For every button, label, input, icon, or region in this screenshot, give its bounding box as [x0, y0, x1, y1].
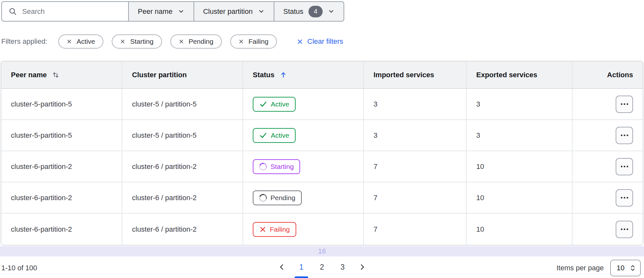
column-header-label: Imported services	[374, 71, 434, 79]
filter-tag-pending[interactable]: Pending	[170, 34, 222, 49]
row-actions-button[interactable]	[616, 127, 633, 144]
ellipsis-icon	[621, 197, 628, 199]
status-badge: Starting	[253, 159, 300, 174]
filters-applied-label: Filters applied:	[1, 37, 47, 46]
items-per-page-label: Items per page	[556, 264, 604, 272]
cluster-partition-cell: cluster-5 / partition-5	[122, 89, 243, 119]
chevron-right-icon	[358, 263, 366, 271]
column-header-label: Cluster partition	[132, 71, 187, 79]
remove-filter-x-icon[interactable]	[239, 39, 244, 44]
peer-name-cell: cluster-6-partition-2	[1, 182, 122, 213]
column-header-exported-services: Exported services	[467, 61, 573, 88]
column-header-imported-services: Imported services	[364, 61, 467, 88]
imported-services-cell: 7	[364, 151, 467, 182]
chevron-down-icon	[178, 8, 185, 15]
actions-cell	[573, 89, 643, 119]
column-header-status[interactable]: Status	[243, 61, 364, 88]
status-cell: Active	[243, 89, 364, 119]
items-per-page-select[interactable]: 10	[610, 260, 641, 276]
table-header-row: Peer name Cluster partition Status Impor…	[1, 61, 643, 89]
filter-toolbar: Peer name Cluster partition Status 4	[1, 1, 344, 22]
pager: 1 2 3	[274, 258, 370, 276]
column-header-actions: Actions	[573, 61, 643, 88]
peer-name-dropdown-label: Peer name	[138, 7, 173, 16]
previous-page-button[interactable]	[274, 259, 290, 275]
pagination-bar: 1-10 of 100 1 2 3 Items per page 10	[0, 256, 644, 278]
clear-filters-button[interactable]: Clear filters	[297, 37, 343, 46]
status-cell: Failing	[243, 214, 364, 245]
column-header-label: Actions	[607, 71, 633, 79]
filter-tag-label: Active	[77, 38, 95, 45]
select-chevrons-icon	[629, 264, 636, 272]
status-badge: Pending	[253, 190, 302, 205]
imported-services-cell: 7	[364, 214, 467, 245]
column-header-cluster-partition[interactable]: Cluster partition	[122, 61, 243, 88]
cluster-partition-cell: cluster-5 / partition-5	[122, 120, 243, 151]
chevron-left-icon	[278, 263, 286, 271]
page-button-1[interactable]: 1	[292, 258, 310, 276]
row-actions-button[interactable]	[616, 96, 633, 113]
cluster-partition-cell: cluster-6 / partition-2	[122, 214, 243, 245]
table-row: cluster-5-partition-5 cluster-5 / partit…	[1, 89, 643, 120]
filter-tag-starting[interactable]: Starting	[112, 34, 162, 49]
x-icon	[259, 226, 266, 233]
exported-services-cell: 10	[467, 182, 573, 213]
row-actions-button[interactable]	[616, 221, 633, 238]
loading-spinner-icon	[258, 162, 268, 172]
actions-cell	[573, 151, 643, 182]
search-input[interactable]	[22, 7, 122, 16]
status-badge: Active	[253, 128, 296, 143]
items-per-page-value: 10	[617, 264, 624, 272]
status-cell: Starting	[243, 151, 364, 182]
imported-services-cell: 3	[364, 89, 467, 119]
cluster-partition-cell: cluster-6 / partition-2	[122, 182, 243, 213]
peer-name-cell: cluster-5-partition-5	[1, 120, 122, 151]
status-label: Pending	[270, 194, 295, 202]
sort-arrows-icon	[52, 71, 60, 79]
exported-services-cell: 3	[467, 89, 573, 119]
row-actions-button[interactable]	[616, 189, 633, 207]
status-badge: Failing	[253, 222, 296, 237]
row-actions-button[interactable]	[616, 158, 633, 175]
results-range-label: 1-10 of 100	[1, 264, 37, 272]
ellipsis-icon	[621, 134, 628, 136]
page-button-3[interactable]: 3	[334, 258, 352, 276]
status-dropdown[interactable]: Status 4	[274, 1, 344, 22]
filter-tag-failing[interactable]: Failing	[230, 34, 277, 49]
peer-name-dropdown[interactable]: Peer name	[128, 1, 194, 22]
remove-filter-x-icon[interactable]	[67, 39, 72, 44]
column-header-label: Exported services	[476, 71, 537, 79]
imported-services-cell: 7	[364, 182, 467, 213]
ellipsis-icon	[621, 103, 628, 105]
actions-cell	[573, 182, 643, 213]
clear-filters-x-icon	[297, 39, 303, 45]
remove-filter-x-icon[interactable]	[179, 39, 184, 44]
status-filter-count-badge: 4	[308, 6, 323, 17]
overflow-row-label: 16	[318, 247, 326, 255]
actions-cell	[573, 214, 643, 245]
chevron-down-icon	[328, 8, 335, 15]
filter-tag-label: Failing	[249, 38, 269, 45]
peers-table: Peer name Cluster partition Status Impor…	[1, 61, 643, 246]
overflow-row-indicator: 16	[0, 246, 644, 256]
table-row: cluster-6-partition-2 cluster-6 / partit…	[1, 214, 643, 245]
cluster-partition-dropdown[interactable]: Cluster partition	[194, 1, 274, 22]
status-badge: Active	[253, 97, 296, 112]
remove-filter-x-icon[interactable]	[120, 39, 125, 44]
page-button-2[interactable]: 2	[313, 258, 331, 276]
column-header-label: Peer name	[11, 71, 47, 79]
actions-cell	[573, 120, 643, 151]
check-icon	[259, 131, 267, 139]
status-label: Active	[271, 132, 289, 139]
table-row: cluster-6-partition-2 cluster-6 / partit…	[1, 182, 643, 214]
peer-name-cell: cluster-6-partition-2	[1, 214, 122, 245]
filter-tag-active[interactable]: Active	[58, 34, 103, 49]
loading-spinner-icon	[258, 193, 268, 203]
column-header-peer-name[interactable]: Peer name	[1, 61, 122, 88]
filter-tag-label: Pending	[189, 38, 213, 45]
cluster-partition-cell: cluster-6 / partition-2	[122, 151, 243, 182]
next-page-button[interactable]	[354, 259, 370, 275]
search-box[interactable]	[1, 1, 129, 22]
ellipsis-icon	[621, 228, 628, 230]
items-per-page-control: Items per page 10	[556, 260, 641, 276]
